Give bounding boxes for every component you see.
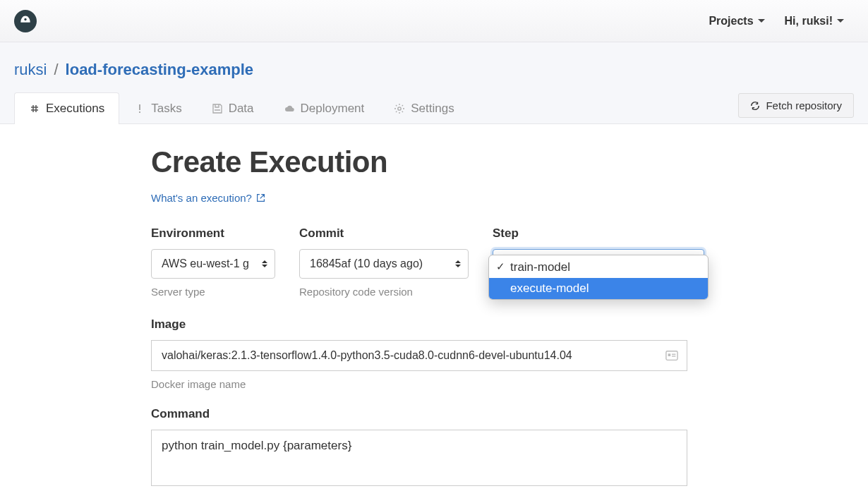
tab-settings[interactable]: Settings (379, 92, 469, 124)
tab-label: Data (229, 102, 254, 116)
field-image: Image valohai/keras:2.1.3-tensorflow1.4.… (151, 317, 706, 390)
tab-data[interactable]: Data (197, 92, 269, 124)
step-option-execute-model[interactable]: execute-model (489, 278, 708, 299)
tab-executions[interactable]: Executions (14, 92, 119, 124)
image-input[interactable]: valohai/keras:2.1.3-tensorflow1.4.0-pyth… (151, 340, 687, 371)
shark-fin-icon (18, 14, 32, 28)
logo (14, 10, 37, 32)
save-icon (212, 103, 223, 114)
svg-point-3 (398, 107, 401, 110)
caret-down-icon (837, 19, 844, 23)
projects-dropdown[interactable]: Projects (699, 9, 774, 33)
command-value: python train_model.py {parameters} (162, 439, 351, 452)
environment-label: Environment (151, 226, 275, 241)
user-greeting: Hi, ruksi! (785, 15, 833, 28)
commit-value: 16845af (10 days ago) (310, 257, 423, 270)
step-label: Step (493, 226, 704, 241)
help-link-text: What's an execution? (151, 192, 252, 204)
svg-rect-5 (668, 353, 671, 356)
command-textarea[interactable]: python train_model.py {parameters} (151, 430, 687, 486)
field-command: Command python train_model.py {parameter… (151, 407, 706, 486)
environment-select[interactable]: AWS eu-west-1 g (151, 249, 275, 279)
field-environment: Environment AWS eu-west-1 g Server type (151, 226, 275, 298)
projects-label: Projects (709, 15, 753, 28)
updown-icon (262, 260, 267, 267)
user-dropdown[interactable]: Hi, ruksi! (775, 9, 854, 33)
help-link-execution[interactable]: What's an execution? (151, 192, 265, 204)
commit-caption: Repository code version (299, 286, 469, 298)
breadcrumb-project[interactable]: load-forecasting-example (66, 61, 254, 79)
tab-tasks[interactable]: Tasks (119, 92, 196, 124)
tab-label: Executions (46, 102, 104, 116)
page-title: Create Execution (151, 145, 706, 179)
image-value: valohai/keras:2.1.3-tensorflow1.4.0-pyth… (162, 349, 572, 362)
commit-select[interactable]: 16845af (10 days ago) (299, 249, 469, 279)
tab-deployment[interactable]: Deployment (269, 92, 380, 124)
commit-label: Commit (299, 226, 469, 241)
fetch-repository-button[interactable]: Fetch repository (738, 93, 854, 118)
main-content: Create Execution What's an execution? En… (0, 124, 706, 491)
command-label: Command (151, 407, 706, 421)
field-commit: Commit 16845af (10 days ago) Repository … (299, 226, 469, 298)
exclamation-icon (134, 103, 145, 114)
gear-icon (394, 103, 405, 114)
breadcrumb-owner[interactable]: ruksi (14, 61, 47, 79)
topbar: Projects Hi, ruksi! (0, 0, 868, 42)
environment-value: AWS eu-west-1 g (162, 257, 249, 270)
external-link-icon (256, 193, 265, 202)
svg-point-0 (24, 18, 26, 20)
tab-label: Deployment (301, 102, 365, 116)
tabbar: Executions Tasks Data Deployment Setting… (0, 92, 868, 123)
tab-label: Settings (411, 102, 454, 116)
svg-rect-1 (139, 104, 140, 110)
breadcrumb-separator: / (54, 61, 58, 79)
hash-icon (29, 103, 40, 114)
environment-caption: Server type (151, 286, 275, 298)
refresh-icon (750, 101, 760, 111)
image-caption: Docker image name (151, 378, 706, 390)
card-icon (665, 350, 678, 361)
step-dropdown: train-model execute-model (488, 255, 709, 300)
svg-rect-2 (139, 111, 140, 113)
tab-label: Tasks (151, 102, 181, 116)
field-step: Step train-model execute-model Execution… (493, 226, 704, 298)
fetch-repository-label: Fetch repository (766, 99, 842, 111)
cloud-icon (284, 103, 295, 114)
updown-icon (455, 260, 461, 267)
caret-down-icon (758, 19, 765, 23)
breadcrumb: ruksi / load-forecasting-example (0, 61, 868, 92)
image-label: Image (151, 317, 706, 332)
step-option-train-model[interactable]: train-model (489, 255, 708, 278)
subheader: ruksi / load-forecasting-example Executi… (0, 42, 868, 124)
svg-rect-4 (666, 351, 677, 360)
